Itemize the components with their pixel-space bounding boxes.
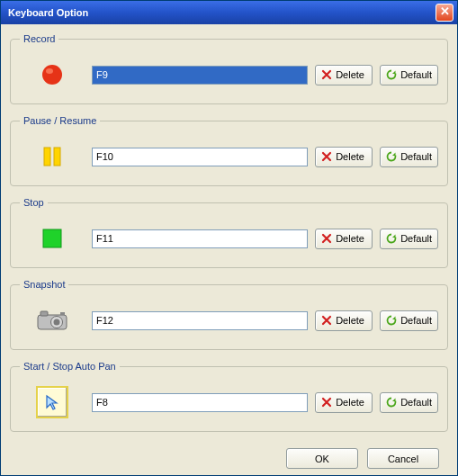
autopan-hotkey-input[interactable] [92,393,308,412]
refresh-icon [386,397,397,408]
svg-rect-4 [43,229,61,247]
ok-button[interactable]: OK [286,448,358,469]
btn-label: Delete [336,397,364,408]
camera-icon [36,304,68,337]
svg-point-1 [46,68,53,74]
group-autopan: Start / Stop Auto Pan Delete Default [10,361,448,432]
svg-rect-6 [40,311,48,316]
btn-label: Default [400,397,432,408]
btn-label: Delete [336,69,364,80]
pause-delete-button[interactable]: Delete [315,147,373,167]
icon-cell [20,140,85,173]
group-pause-legend: Pause / Resume [20,115,100,126]
icon-cell [20,222,85,255]
row-snapshot: Delete Default [20,304,438,337]
close-button[interactable]: ✕ [436,4,454,22]
pause-default-button[interactable]: Default [380,147,438,167]
row-autopan: Delete Default [20,386,438,418]
btn-label: Default [400,315,432,326]
stop-icon [36,222,68,255]
dialog-client: Record Delete Default Pause / Resume [1,24,457,476]
delete-x-icon [321,315,332,326]
delete-x-icon [321,397,332,408]
snapshot-hotkey-input[interactable] [92,311,308,330]
row-record: Delete Default [20,58,438,91]
group-record-legend: Record [20,33,58,44]
svg-point-0 [42,65,62,85]
group-autopan-legend: Start / Stop Auto Pan [20,361,120,372]
row-stop: Delete Default [20,222,438,255]
dialog-footer: OK Cancel [10,443,448,469]
autopan-delete-button[interactable]: Delete [315,392,373,413]
svg-point-8 [54,319,60,326]
row-pause: Delete Default [20,140,438,173]
btn-label: Delete [336,315,364,326]
group-stop: Stop Delete Default [10,197,448,268]
btn-label: Default [400,151,432,162]
btn-label: Delete [336,151,364,162]
cursor-icon [36,386,68,418]
delete-x-icon [321,233,332,244]
stop-default-button[interactable]: Default [380,229,438,249]
record-default-button[interactable]: Default [380,65,438,85]
refresh-icon [386,233,397,244]
record-icon [36,58,68,91]
group-snapshot: Snapshot Delete [10,279,448,350]
refresh-icon [386,315,397,326]
icon-cell [20,386,85,418]
icon-cell [20,58,85,91]
window-title: Keyboard Option [8,7,436,18]
svg-rect-3 [54,148,60,166]
delete-x-icon [321,69,332,80]
stop-delete-button[interactable]: Delete [315,229,373,249]
btn-label: Delete [336,233,364,244]
btn-label: Default [400,69,432,80]
refresh-icon [386,69,397,80]
group-stop-legend: Stop [20,197,48,208]
pause-icon [36,140,68,173]
svg-rect-9 [60,312,65,315]
snapshot-default-button[interactable]: Default [380,310,438,331]
refresh-icon [386,151,397,162]
record-hotkey-input[interactable] [92,66,308,85]
group-pause: Pause / Resume Delete Default [10,115,448,186]
record-delete-button[interactable]: Delete [315,65,373,85]
svg-rect-2 [44,148,50,166]
icon-cell [20,304,85,337]
cancel-button[interactable]: Cancel [367,448,439,469]
titlebar: Keyboard Option ✕ [1,1,457,24]
delete-x-icon [321,151,332,162]
snapshot-delete-button[interactable]: Delete [315,310,373,331]
stop-hotkey-input[interactable] [92,229,308,248]
pause-hotkey-input[interactable] [92,148,308,166]
btn-label: Default [400,233,432,244]
group-record: Record Delete Default [10,33,448,104]
group-snapshot-legend: Snapshot [20,279,68,290]
autopan-default-button[interactable]: Default [380,392,438,413]
